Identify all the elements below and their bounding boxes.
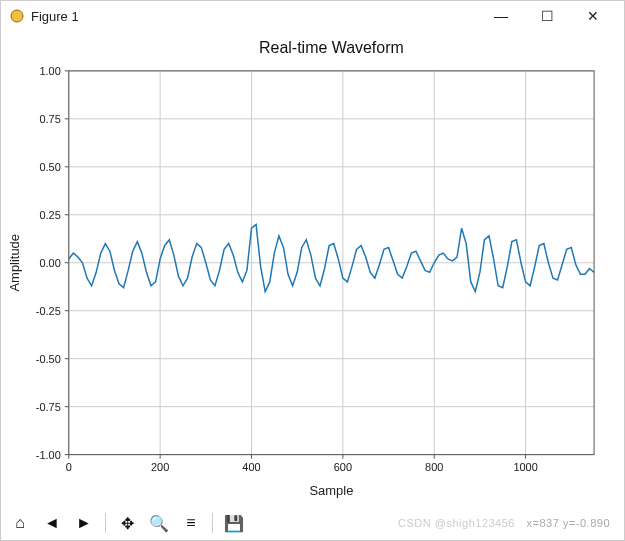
svg-text:0.50: 0.50 [39,161,60,173]
configure-icon[interactable]: ≡ [178,510,204,536]
svg-text:600: 600 [334,461,352,473]
svg-text:1000: 1000 [513,461,537,473]
home-icon[interactable]: ⌂ [7,510,33,536]
separator [212,513,213,533]
svg-text:1.00: 1.00 [39,65,60,77]
maximize-button[interactable]: ☐ [524,1,570,31]
svg-text:200: 200 [151,461,169,473]
svg-text:800: 800 [425,461,443,473]
svg-text:400: 400 [242,461,260,473]
pan-icon[interactable]: ✥ [114,510,140,536]
app-icon [9,8,25,24]
toolbar: ⌂ ◄ ► ✥ 🔍 ≡ 💾 CSDN @shigh123456 x=837 y=… [1,506,624,540]
minimize-button[interactable]: — [478,1,524,31]
svg-point-0 [11,10,23,22]
svg-text:-0.75: -0.75 [36,401,61,413]
plot-svg: 02004006008001000-1.00-0.75-0.50-0.250.0… [1,31,624,506]
svg-text:0: 0 [66,461,72,473]
svg-text:0.00: 0.00 [39,257,60,269]
save-icon[interactable]: 💾 [221,510,247,536]
watermark: CSDN @shigh123456 [398,517,515,529]
svg-text:-0.50: -0.50 [36,353,61,365]
cursor-coords: CSDN @shigh123456 x=837 y=-0.890 [398,517,618,529]
separator [105,513,106,533]
svg-text:Real-time Waveform: Real-time Waveform [259,39,404,56]
back-icon[interactable]: ◄ [39,510,65,536]
svg-text:0.75: 0.75 [39,113,60,125]
figure-window: Figure 1 — ☐ ✕ 02004006008001000-1.00-0.… [0,0,625,541]
titlebar: Figure 1 — ☐ ✕ [1,1,624,31]
window-title: Figure 1 [31,9,79,24]
svg-text:-0.25: -0.25 [36,305,61,317]
plot-area[interactable]: 02004006008001000-1.00-0.75-0.50-0.250.0… [1,31,624,506]
svg-text:Sample: Sample [309,483,353,498]
zoom-icon[interactable]: 🔍 [146,510,172,536]
forward-icon[interactable]: ► [71,510,97,536]
close-button[interactable]: ✕ [570,1,616,31]
svg-text:-1.00: -1.00 [36,449,61,461]
svg-text:0.25: 0.25 [39,209,60,221]
svg-text:Amplitude: Amplitude [7,234,22,292]
